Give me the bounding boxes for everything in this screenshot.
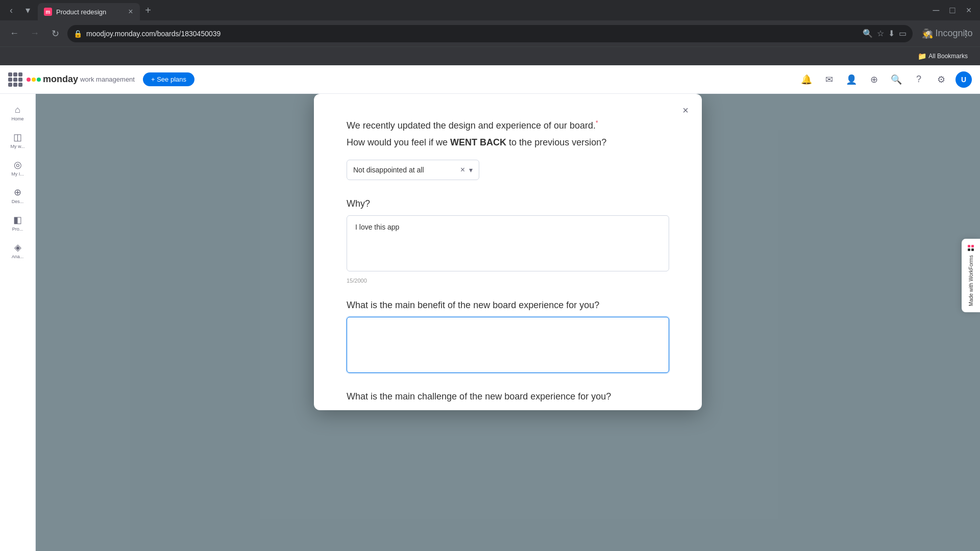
sidebar-label-analytics: Ana... (12, 254, 24, 259)
help-icon[interactable]: ? (911, 71, 927, 88)
minimize-button[interactable]: ─ (929, 3, 943, 17)
monday-main: ⌂ Home ◫ My w... ◎ My I... ⊕ Des... (0, 94, 980, 551)
modal-overlay: × We recently updated the design and exp… (36, 94, 980, 551)
inbox-sidebar-icon: ◎ (14, 159, 22, 170)
lock-icon: 🔒 (74, 30, 82, 38)
why-textarea[interactable] (347, 215, 669, 271)
disappointment-select[interactable]: Not disappointed at all × ▾ (347, 160, 479, 180)
monday-topbar: monday work management + See plans 🔔 ✉ 👤… (0, 65, 980, 94)
workforms-badge[interactable]: Made with WorkForms (962, 239, 980, 312)
workforms-dot-row-1 (968, 245, 974, 247)
folder-icon: 📁 (918, 52, 926, 60)
new-tab-button[interactable]: + (141, 3, 155, 17)
apps-grid-icon[interactable] (8, 72, 22, 87)
user-avatar[interactable]: U (955, 71, 972, 88)
bell-icon[interactable]: 🔔 (798, 71, 815, 88)
monday-app: monday work management + See plans 🔔 ✉ 👤… (0, 65, 980, 551)
analytics-icon: ◈ (14, 242, 21, 253)
monday-subtitle: work management (80, 76, 135, 83)
sidebar-label-design: Des... (12, 199, 24, 204)
select-arrow-icon: ▾ (469, 166, 473, 174)
page-content: monday work management + See plans 🔔 ✉ 👤… (0, 65, 980, 551)
browser-actions: ⧉ 🕵 Incognito ⋮ (921, 26, 974, 42)
benefit-textarea[interactable] (347, 317, 669, 373)
url-bar[interactable]: 🔒 moodjoy.monday.com/boards/1830450039 🔍… (67, 25, 913, 42)
invite-icon[interactable]: ⊕ (866, 71, 882, 88)
survey-modal: × We recently updated the design and exp… (314, 94, 702, 410)
address-bar: ← → ↻ 🔒 moodjoy.monday.com/boards/183045… (0, 20, 980, 47)
incognito-icon: 🕵 (922, 28, 933, 39)
tab-favicon: m (44, 8, 52, 16)
workforms-label: Made with WorkForms (968, 255, 974, 306)
star-icon[interactable]: ☆ (877, 29, 884, 38)
back-button[interactable]: ← (6, 26, 22, 42)
active-tab[interactable]: m Product redesign × (38, 3, 140, 20)
modal-close-button[interactable]: × (677, 102, 694, 118)
why-textarea-wrapper (347, 215, 669, 273)
workforms-dot-row-2 (968, 248, 974, 251)
home-icon: ⌂ (15, 105, 20, 115)
monday-wordmark: monday (43, 74, 78, 85)
sidebar-item-analytics[interactable]: ◈ Ana... (5, 238, 31, 263)
sidebar-label-product: Pro... (12, 227, 23, 232)
sidebar-label-my-work: My w... (10, 144, 24, 149)
all-bookmarks[interactable]: 📁 All Bookmarks (914, 50, 972, 62)
sidebar-item-product[interactable]: ◧ Pro... (5, 210, 31, 236)
tab-dropdown[interactable]: ▾ (20, 3, 35, 17)
benefit-textarea-wrapper (347, 317, 669, 375)
forward-button[interactable]: → (27, 26, 43, 42)
close-window-button[interactable]: × (962, 3, 976, 17)
bookmarks-label: All Bookmarks (928, 53, 968, 60)
download-icon[interactable]: ⬇ (888, 29, 895, 38)
tab-left-controls: ‹ ▾ (4, 3, 35, 20)
monday-logo-dots (27, 78, 41, 82)
main-board-area: × We recently updated the design and exp… (36, 94, 980, 551)
see-plans-button[interactable]: + See plans (143, 72, 194, 86)
tab-back-nav[interactable]: ‹ (4, 3, 18, 17)
sidebar-label-home: Home (11, 116, 23, 121)
challenge-label: What is the main challenge of the new bo… (347, 391, 669, 402)
inbox-icon[interactable]: ✉ (821, 71, 837, 88)
why-char-count: 15/2000 (347, 278, 669, 284)
reload-button[interactable]: ↻ (47, 26, 63, 42)
workforms-dots (968, 245, 974, 251)
search-icon[interactable]: 🔍 (888, 71, 904, 88)
more-button[interactable]: ⋮ (958, 26, 974, 42)
cast-icon[interactable]: ▭ (899, 29, 906, 38)
product-icon: ◧ (13, 214, 22, 226)
incognito-button[interactable]: 🕵 Incognito (939, 26, 955, 42)
sidebar: ⌂ Home ◫ My w... ◎ My I... ⊕ Des... (0, 94, 36, 551)
people-icon[interactable]: 👤 (843, 71, 860, 88)
modal-content: We recently updated the design and exper… (314, 94, 702, 410)
settings-icon[interactable]: ⚙ (933, 71, 949, 88)
url-text: moodjoy.monday.com/boards/1830450039 (86, 30, 859, 38)
dot-red (968, 245, 970, 247)
dot-red-2 (971, 245, 974, 247)
dot-dark (968, 248, 970, 251)
disappointment-select-wrapper: Not disappointed at all × ▾ (347, 160, 479, 180)
tab-close-button[interactable]: × (126, 7, 136, 17)
tab-right-controls: ─ □ × (929, 3, 976, 20)
sidebar-item-inbox[interactable]: ◎ My I... (5, 155, 31, 181)
dot-dark-2 (971, 248, 974, 251)
benefit-label: What is the main benefit of the new boar… (347, 300, 669, 311)
design-icon: ⊕ (14, 187, 21, 198)
bookmarks-right: 📁 All Bookmarks (914, 50, 972, 62)
browser-frame: ‹ ▾ m Product redesign × + ─ □ × ← → ↻ 🔒… (0, 0, 980, 551)
sidebar-label-inbox: My I... (11, 171, 24, 177)
why-label: Why? (347, 198, 669, 209)
monday-brand: monday work management (27, 74, 135, 85)
sidebar-item-home[interactable]: ⌂ Home (5, 100, 31, 126)
my-work-icon: ◫ (13, 132, 22, 143)
select-value: Not disappointed at all (353, 166, 456, 174)
bookmarks-bar: 📁 All Bookmarks (0, 47, 980, 65)
tab-bar: ‹ ▾ m Product redesign × + ─ □ × (0, 0, 980, 20)
tab-title: Product redesign (56, 8, 121, 16)
modal-question-1: We recently updated the design and exper… (347, 118, 669, 133)
sidebar-item-my-work[interactable]: ◫ My w... (5, 128, 31, 153)
maximize-button[interactable]: □ (945, 3, 960, 17)
search-url-icon[interactable]: 🔍 (863, 29, 873, 38)
select-clear-button[interactable]: × (460, 165, 465, 174)
sidebar-item-design[interactable]: ⊕ Des... (5, 183, 31, 208)
topbar-right: 🔔 ✉ 👤 ⊕ 🔍 ? ⚙ U (798, 71, 972, 88)
